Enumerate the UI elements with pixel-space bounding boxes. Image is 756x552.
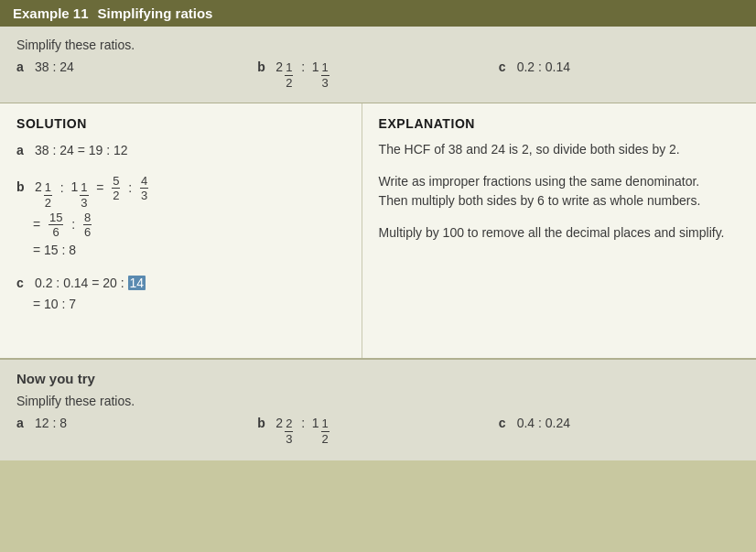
now-try-intro: Simplify these ratios. xyxy=(16,394,740,408)
explanation-c: Multiply by 100 to remove all the decima… xyxy=(379,223,740,243)
card: Example 11 Simplifying ratios Simplify t… xyxy=(0,0,756,460)
explanation-a: The HCF of 38 and 24 is 2, so divide bot… xyxy=(379,140,740,159)
now-try-item-a: a 12 : 8 xyxy=(16,416,257,430)
solution-b: b 212 : 113 = 52 : 43 = 156 xyxy=(16,174,345,261)
now-try-text-b: 223 : 112 xyxy=(275,416,330,446)
solution-c-line1: c 0.2 : 0.14 = 20 : 14 xyxy=(16,273,345,293)
sol-text-b3: = 15 : 8 xyxy=(33,240,76,260)
sol-text-c1: 0.2 : 0.14 = 20 : 14 xyxy=(35,273,146,293)
solution-a-line: a 38 : 24 = 19 : 12 xyxy=(16,140,345,160)
exp-text-a: The HCF of 38 and 24 is 2, so divide bot… xyxy=(379,142,680,157)
explanation-heading: EXPLANATION xyxy=(379,116,740,131)
sol-text-b2: = 156 : 86 xyxy=(33,211,92,240)
solution-b-line3: = 15 : 8 xyxy=(33,240,345,260)
problem-text-b: 212 : 113 xyxy=(275,60,330,90)
problem-intro: Simplify these ratios. xyxy=(16,38,740,52)
now-try-section: Now you try Simplify these ratios. a 12 … xyxy=(0,360,756,460)
sol-label-c: c xyxy=(16,273,29,293)
now-try-label-a: a xyxy=(16,416,29,430)
header: Example 11 Simplifying ratios xyxy=(0,0,756,27)
explanation-b: Write as improper fractions using the sa… xyxy=(379,172,740,211)
exp-text-c1: Multiply by 100 to remove all the decima… xyxy=(379,223,740,243)
sol-text-b1: 212 : 113 = 52 : 43 xyxy=(35,174,149,211)
solution-heading: SOLUTION xyxy=(16,116,345,131)
now-try-row: a 12 : 8 b 223 : 112 c 0.4 : 0.24 xyxy=(16,416,740,446)
problem-label-b: b xyxy=(257,60,270,74)
header-title: Simplifying ratios xyxy=(98,5,213,21)
problem-section: Simplify these ratios. a 38 : 24 b 212 :… xyxy=(0,27,756,103)
now-try-item-b: b 223 : 112 xyxy=(257,416,498,446)
problem-item-a: a 38 : 24 xyxy=(16,60,257,74)
problem-item-b: b 212 : 113 xyxy=(257,60,498,90)
sol-label-b: b xyxy=(16,177,29,197)
sol-text-c2: = 10 : 7 xyxy=(33,294,76,314)
problem-label-c: c xyxy=(499,60,512,74)
solution-explanation-section: SOLUTION a 38 : 24 = 19 : 12 b 212 : 113… xyxy=(0,103,756,360)
solution-b-line2: = 156 : 86 xyxy=(33,211,345,240)
sol-label-a: a xyxy=(16,140,29,160)
explanation-col: EXPLANATION The HCF of 38 and 24 is 2, s… xyxy=(362,103,756,358)
now-try-text-a: 12 : 8 xyxy=(35,416,67,430)
problem-text-c: 0.2 : 0.14 xyxy=(517,60,570,74)
solution-col: SOLUTION a 38 : 24 = 19 : 12 b 212 : 113… xyxy=(0,103,362,358)
now-try-label-b: b xyxy=(257,416,270,430)
highlight-14: 14 xyxy=(128,276,146,290)
now-try-heading: Now you try xyxy=(16,371,740,386)
solution-c: c 0.2 : 0.14 = 20 : 14 = 10 : 7 xyxy=(16,273,345,314)
solution-c-line2: = 10 : 7 xyxy=(33,294,345,314)
exp-text-b1: Write as improper fractions using the sa… xyxy=(379,172,740,191)
problem-item-c: c 0.2 : 0.14 xyxy=(499,60,740,74)
now-try-label-c: c xyxy=(499,416,512,430)
now-try-item-c: c 0.4 : 0.24 xyxy=(499,416,740,430)
solution-b-line1: b 212 : 113 = 52 : 43 xyxy=(16,174,345,211)
problem-text-a: 38 : 24 xyxy=(35,60,74,74)
solution-a: a 38 : 24 = 19 : 12 xyxy=(16,140,345,160)
problem-row: a 38 : 24 b 212 : 113 c 0.2 : 0.14 xyxy=(16,60,740,90)
now-try-text-c: 0.4 : 0.24 xyxy=(517,416,570,430)
problem-label-a: a xyxy=(16,60,29,74)
sol-text-a: 38 : 24 = 19 : 12 xyxy=(35,140,128,160)
exp-text-b2: Then multiply both sides by 6 to write a… xyxy=(379,191,740,211)
example-label: Example 11 xyxy=(13,5,89,21)
